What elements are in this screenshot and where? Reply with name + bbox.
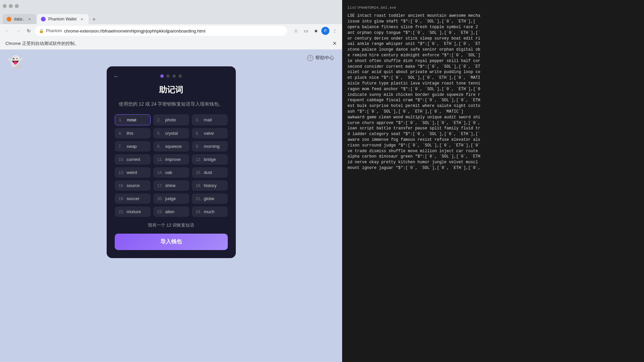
seed-item-24: 24.much — [192, 206, 228, 217]
profile-button[interactable]: P — [321, 27, 329, 35]
seed-number-22: 22. — [119, 209, 125, 214]
seed-number-17: 17. — [157, 183, 163, 188]
seed-word-5: crystal — [165, 131, 178, 136]
seed-number-18: 18. — [196, 183, 202, 188]
seed-word-3: mail — [204, 117, 212, 122]
seed-item-16: 16.source — [115, 180, 151, 191]
notification-bar: Chrome 正受到自动测试软件的控制。 ✕ — [0, 38, 342, 50]
seed-item-20: 20.judge — [153, 193, 189, 204]
seed-item-15: 15.dust — [192, 167, 228, 178]
seed-item-23: 23.alien — [153, 206, 189, 217]
tab-favicon-phantom — [41, 17, 46, 21]
seed-word-4: this — [127, 131, 133, 136]
bookmark-button[interactable]: ☆ — [291, 26, 301, 36]
twelve-words-link[interactable]: 我有一个 12 词恢复短语 — [115, 222, 228, 228]
seed-number-15: 15. — [196, 170, 202, 175]
seed-word-12: bridge — [204, 157, 216, 162]
seed-item-9: 9.morning — [192, 141, 228, 152]
toolbar-icons: ☆ ▭ ■ P ⋮ — [291, 26, 339, 36]
seed-word-19: soccer — [127, 196, 140, 201]
url-text: chrome-extension://bfnaelmomeimhlpmgjnjo… — [64, 28, 283, 34]
new-tab-button[interactable]: + — [89, 15, 99, 24]
tab-label-phantom: Phantom Wallet — [48, 17, 76, 21]
minimize-button[interactable] — [3, 4, 7, 8]
seed-word-17: shine — [165, 183, 176, 188]
seed-item-1[interactable]: 1. — [115, 114, 151, 125]
seed-word-6: valve — [204, 131, 214, 136]
step-indicators — [115, 74, 228, 78]
terminal-title: list\PHANTOM24_GAI.exe — [347, 5, 639, 10]
seed-item-13: 13.weird — [115, 167, 151, 178]
seed-number-13: 13. — [119, 170, 125, 175]
extensions-button[interactable]: ■ — [311, 26, 321, 36]
seed-number-2: 2. — [157, 118, 163, 122]
terminal-window: list\PHANTOM24_GAI.exe LSE intact roast … — [342, 0, 644, 362]
step-dot-4 — [178, 74, 182, 78]
seed-number-6: 6. — [196, 131, 202, 136]
tab-phantom[interactable]: Phantom Wallet ✕ — [37, 14, 89, 24]
help-icon: ? — [307, 55, 313, 61]
seed-item-12: 12.bridge — [192, 154, 228, 165]
terminal-content: LSE intact roast toddler ancient mountai… — [347, 13, 639, 171]
help-label: 帮助中心 — [315, 55, 334, 61]
close-button[interactable] — [15, 4, 19, 8]
page-content: 👻 ? 帮助中心 ← 助记词 使用您的 12 或 24 字密钥恢复短语导入现有钱… — [0, 50, 342, 362]
seed-number-19: 19. — [119, 196, 125, 201]
seed-number-12: 12. — [196, 157, 202, 162]
seed-item-17: 17.shine — [153, 180, 189, 191]
menu-button[interactable]: ⋮ — [330, 26, 339, 36]
reload-button[interactable]: ↻ — [24, 26, 34, 36]
seed-word-13: weird — [127, 170, 137, 175]
maximize-button[interactable] — [9, 4, 13, 8]
seed-word-21: globe — [204, 196, 215, 201]
help-center-link[interactable]: ? 帮助中心 — [307, 55, 334, 61]
seed-word-18: history — [204, 183, 217, 188]
seed-item-5: 5.crystal — [153, 128, 189, 138]
seed-number-24: 24. — [196, 209, 202, 214]
step-dot-1 — [160, 74, 164, 78]
back-nav-button[interactable]: ← — [3, 26, 12, 36]
seed-word-11: improve — [165, 157, 181, 162]
tab-label-data: data:. — [14, 17, 24, 21]
seed-word-14: oak — [165, 170, 172, 175]
tab-close-phantom[interactable]: ✕ — [79, 16, 85, 22]
seed-word-grid: 1.2.photo3.mail4.this5.crystal6.valve7.s… — [115, 114, 228, 217]
tab-data[interactable]: data:. ✕ — [3, 14, 36, 24]
seed-number-1: 1. — [119, 118, 125, 122]
notification-text: Chrome 正受到自动测试软件的控制。 — [5, 41, 79, 47]
seed-item-18: 18.history — [192, 180, 228, 191]
seed-item-6: 6.valve — [192, 128, 228, 138]
phantom-badge: Phantom — [46, 28, 62, 33]
seed-item-19: 19.soccer — [115, 193, 151, 204]
back-button[interactable]: ← — [113, 73, 119, 80]
import-wallet-button[interactable]: 导入钱包 — [115, 234, 228, 250]
seed-number-5: 5. — [157, 131, 163, 136]
phantom-ghost-icon: 👻 — [8, 55, 23, 69]
notification-close-button[interactable]: ✕ — [332, 40, 337, 47]
forward-nav-button[interactable]: → — [13, 26, 23, 36]
seed-word-input-1[interactable] — [127, 117, 146, 122]
seed-number-10: 10. — [119, 157, 125, 162]
browser-frame: data:. ✕ Phantom Wallet ✕ + ← → ↻ 🔒 Phan… — [0, 0, 342, 362]
seed-number-4: 4. — [119, 131, 125, 136]
seed-number-8: 8. — [157, 144, 163, 149]
seed-item-4: 4.this — [115, 128, 151, 138]
seed-item-14: 14.oak — [153, 167, 189, 178]
seed-word-22: mixture — [127, 209, 141, 214]
wallet-card: ← 助记词 使用您的 12 或 24 字密钥恢复短语导入现有钱包。 1.2.ph… — [107, 66, 236, 258]
seed-number-3: 3. — [196, 118, 202, 122]
address-bar[interactable]: 🔒 Phantom chrome-extension://bfnaelmomei… — [35, 26, 287, 36]
seed-word-9: morning — [204, 144, 220, 149]
step-dot-3 — [172, 74, 176, 78]
cast-button[interactable]: ▭ — [301, 26, 311, 36]
tab-close-data[interactable]: ✕ — [27, 16, 32, 22]
title-bar — [0, 0, 342, 12]
seed-number-7: 7. — [119, 144, 125, 149]
seed-number-16: 16. — [119, 183, 125, 188]
seed-item-2: 2.photo — [153, 114, 189, 125]
seed-word-23: alien — [165, 209, 174, 214]
omnibar: ← → ↻ 🔒 Phantom chrome-extension://bfnae… — [0, 24, 342, 38]
seed-word-24: much — [204, 209, 215, 214]
tab-favicon-data — [7, 17, 11, 21]
seed-number-21: 21. — [196, 196, 202, 201]
